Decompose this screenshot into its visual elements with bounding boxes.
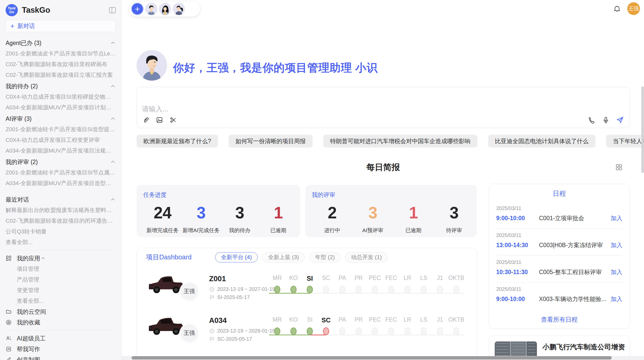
tab-year-model[interactable]: 年型 (2)	[309, 252, 341, 262]
list-item[interactable]: 公司Q3轻卡销量	[6, 226, 116, 237]
section-my-todo[interactable]: 我的待办 (2)	[6, 81, 116, 92]
milestone-label: PR	[350, 275, 367, 286]
add-session-button[interactable]: +	[131, 3, 144, 15]
chevron-up-icon[interactable]	[110, 83, 116, 89]
join-link[interactable]: 加入	[611, 241, 622, 249]
item-label: A034-全新新能源MUV产品开发项目计划变更表编写	[6, 104, 116, 111]
chevron-up-icon[interactable]	[110, 159, 116, 165]
stat-value: 3	[434, 203, 474, 222]
list-item[interactable]: 解释最新出台的欧盟报废车法规再生塑料比例被调至15%...	[6, 205, 116, 216]
schedule-title: 日程	[489, 189, 630, 198]
view-all-apps[interactable]: 查看全部...	[6, 296, 116, 306]
milestone-dot	[404, 286, 411, 293]
milestone-mr: MR	[269, 316, 285, 336]
chevron-up-icon[interactable]	[110, 197, 116, 202]
suggestion-chip[interactable]: 如何写一份清晰的项目周报	[229, 135, 313, 147]
list-item[interactable]: C02-飞腾新能源轻客改款项目的闭环通告反馈情况	[6, 216, 116, 226]
join-link[interactable]: 加入	[611, 295, 622, 303]
suggestion-chip[interactable]: 比亚迪全固态电池计划具体说了什么	[488, 135, 595, 147]
project-code: A034	[209, 316, 227, 325]
tab-new-body[interactable]: 全新上装 (3)	[262, 252, 305, 262]
project-milestone-tag: SC-2025-05-17	[209, 336, 252, 342]
milestone-label: SI	[302, 316, 318, 327]
milestone-dot	[307, 327, 313, 335]
chevron-up-icon[interactable]	[110, 40, 116, 46]
horizontal-scrollbar-thumb[interactable]	[131, 356, 612, 359]
milestone-dot	[307, 286, 313, 293]
layout-grid-icon[interactable]	[615, 163, 623, 172]
chevron-up-icon[interactable]	[40, 256, 46, 261]
list-item[interactable]: Z001-全新燃油皮卡产品开发项目SI节点Lesson Learn报告	[6, 48, 116, 59]
new-chat-button[interactable]: + 新对话	[6, 20, 116, 32]
suggestion-chip[interactable]: 当下年轻人对汽车外观有怎样的喜好趋势	[606, 135, 644, 147]
section-ai-review[interactable]: AI评审 (3)	[6, 113, 116, 124]
milestone-label: SC	[318, 275, 334, 286]
schedule-date: 2025/03/11	[496, 205, 622, 211]
list-item[interactable]: A034-全新新能源MUV产品开发项目造型可行性评审	[6, 178, 116, 189]
item-label: C0X4-动力总成开发项目工程变更评审	[6, 136, 100, 144]
schedule-card: 日程 2025/03/11 9:00-10:00 C001-立项审批会 加入 2…	[489, 184, 630, 328]
section-recent-chats[interactable]: 最近对话	[6, 194, 116, 205]
suggestion-chip[interactable]: 欧洲新规最近颁布了什么?	[137, 135, 218, 147]
suggestion-chip[interactable]: 特朗普可能对进口汽车增税会对中国车企造成哪些影响	[323, 135, 477, 147]
list-item[interactable]: C02-飞腾新能源轻客改款项目立项汇报方案	[6, 70, 116, 80]
schedule-date: 2025/03/11	[496, 286, 622, 292]
chevron-up-icon[interactable]	[110, 116, 116, 122]
list-item[interactable]: A034-全新新能源MUV产品开发项目法规符合性评审	[6, 145, 116, 156]
avatar[interactable]	[173, 3, 185, 15]
section-title: AI评审 (3)	[6, 115, 32, 123]
schedule-time: 13:00-14:30	[496, 242, 539, 249]
tab-new-platform[interactable]: 全新平台 (4)	[215, 252, 258, 262]
milestone-track: MRKOSISCPAPRPECFECLRLSJ1OKTB	[269, 267, 469, 306]
item-label: Z001-全新燃油轻卡产品开发项目SI节点属性5D文件评审	[6, 169, 116, 176]
milestone-dot	[356, 286, 362, 293]
section-my-review[interactable]: 我的评审 (2)	[6, 157, 116, 167]
sidebar-item-my-apps[interactable]: 我的应用	[6, 253, 116, 264]
list-item[interactable]: A034-全新新能源MUV产品开发项目计划变更表编写	[6, 102, 116, 113]
section-agent-done[interactable]: Agent已办 (3)	[6, 38, 116, 48]
view-all-chats[interactable]: 查看全部...	[6, 237, 116, 248]
list-item[interactable]: C0X4-动力总成开发项目SI里程碑提交物检查	[6, 92, 116, 102]
composer[interactable]: 请输入...	[137, 87, 630, 128]
collapse-sidebar-icon[interactable]	[109, 7, 116, 13]
avatar[interactable]	[159, 3, 171, 15]
vertical-scrollbar-thumb[interactable]	[641, 86, 644, 173]
sidebar-item-ai-super-staff[interactable]: AI超级员工	[6, 333, 116, 344]
sidebar-item-project-mgmt[interactable]: 项目管理	[6, 264, 116, 274]
milestone-label: MR	[269, 275, 285, 286]
user-avatar[interactable]: 王强	[627, 2, 640, 15]
attachment-icon[interactable]	[141, 116, 150, 124]
microphone-icon[interactable]	[602, 116, 610, 124]
sidebar-item-cloud-space[interactable]: 我的云空间	[6, 306, 116, 317]
voice-call-icon[interactable]	[587, 116, 596, 124]
join-link[interactable]: 加入	[611, 214, 622, 222]
milestone-pr: PR	[350, 275, 367, 294]
sidebar-item-product-mgmt[interactable]: 产品管理	[6, 274, 116, 285]
milestone-oktb: OKTB	[448, 275, 464, 294]
logo-text-top: Task	[8, 6, 16, 10]
avatar[interactable]	[145, 3, 157, 15]
milestone-j1: J1	[432, 275, 448, 294]
list-item[interactable]: Z001-全新燃油轻卡产品开发项目SI造型提交物评审	[6, 124, 116, 135]
milestone-ko: KO	[285, 275, 302, 294]
list-item[interactable]: C02-飞腾新能源轻客改款项目里程碑画布	[6, 59, 116, 70]
notification-bell-icon[interactable]	[613, 5, 622, 13]
project-row[interactable]: 王强 Z001 2023-12-19 ~ 2027-01-19 SI-2025-…	[137, 267, 477, 306]
sidebar-item-creative-drawing[interactable]: 创意制图	[6, 354, 116, 360]
stat-label: AI预评审	[353, 227, 393, 234]
apps-grid-icon	[6, 255, 12, 261]
join-link[interactable]: 加入	[611, 268, 622, 276]
tab-powertrain[interactable]: 动总开发 (1)	[345, 252, 388, 262]
sidebar-item-help-me-write[interactable]: 帮我写作	[6, 344, 116, 354]
sidebar-item-change-mgmt[interactable]: 变更管理	[6, 285, 116, 296]
project-row[interactable]: 王强 A034 2023-12-19 ~ 2026-01-19 SC-2025-…	[137, 309, 477, 347]
view-all-schedule-link[interactable]: 查看所有日程	[489, 316, 630, 324]
list-item[interactable]: Z001-全新燃油轻卡产品开发项目SI节点属性5D文件评审	[6, 167, 116, 178]
stat-value: 1	[259, 203, 298, 222]
list-item[interactable]: C0X4-动力总成开发项目工程变更评审	[6, 135, 116, 145]
image-icon[interactable]	[155, 116, 164, 124]
daily-briefing-title: 每日简报	[137, 162, 630, 173]
sidebar-item-favorites[interactable]: 我的收藏	[6, 317, 116, 328]
scissors-icon[interactable]	[169, 116, 178, 124]
send-icon[interactable]	[616, 116, 624, 124]
